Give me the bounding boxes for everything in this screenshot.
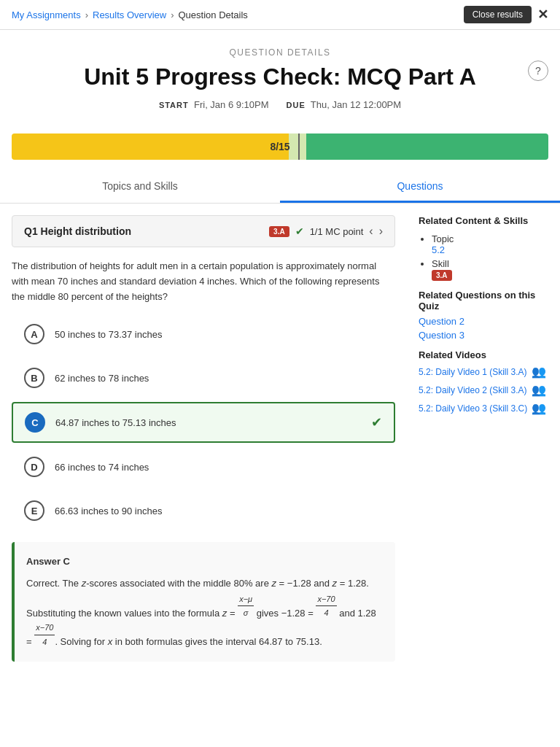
start-date: START Fri, Jan 6 9:10PM: [159, 99, 269, 110]
prev-question-button[interactable]: ‹: [369, 225, 373, 238]
video-2-link[interactable]: 5.2: Daily Video 2 (Skill 3.A): [419, 385, 527, 395]
close-x-button[interactable]: ✕: [537, 7, 548, 23]
topic-label: Topic: [432, 233, 454, 244]
question-body: The distribution of heights for adult me…: [12, 247, 395, 310]
breadcrumb-results-overview[interactable]: Results Overview: [93, 9, 166, 20]
topic-value-link[interactable]: 5.2: [432, 244, 548, 255]
progress-yellow-segment: [12, 133, 289, 160]
skill-badge-related: 3.A: [432, 270, 452, 281]
skill-label: Skill: [432, 258, 449, 269]
related-questions-title: Related Questions on this Quiz: [419, 290, 548, 311]
question-title: Q1 Height distribution: [24, 225, 131, 237]
skill-item: Skill 3.A: [432, 258, 548, 281]
breadcrumb-sep-1: ›: [85, 9, 88, 20]
left-panel: Q1 Height distribution 3.A ✔ 1/1 MC poin…: [0, 204, 407, 673]
related-question-2[interactable]: Question 2: [419, 316, 548, 327]
page-title-area: QUESTION DETAILS Unit 5 Progress Check: …: [0, 30, 560, 122]
section-label: QUESTION DETAILS: [12, 47, 548, 58]
video-1-icon: 👥: [532, 365, 546, 379]
breadcrumb-actions: Close results ✕: [464, 6, 548, 23]
choice-a-text: 50 inches to 73.37 inches: [55, 329, 162, 340]
help-button[interactable]: ?: [528, 61, 548, 81]
skill-badge: 3.A: [269, 226, 289, 237]
choice-d-text: 66 inches to 74 inches: [55, 462, 149, 473]
video-3-icon: 👥: [532, 401, 546, 415]
tab-topics-and-skills[interactable]: Topics and Skills: [0, 171, 280, 203]
tabs-row: Topics and Skills Questions: [0, 171, 560, 204]
dates-row: START Fri, Jan 6 9:10PM DUE Thu, Jan 12 …: [12, 99, 548, 110]
related-topic-list: Topic 5.2 Skill 3.A: [419, 233, 548, 281]
choice-e-text: 66.63 inches to 90 inches: [55, 506, 162, 516]
close-results-button[interactable]: Close results: [464, 6, 532, 23]
breadcrumb-my-assignments[interactable]: My Assignments: [12, 9, 81, 20]
tab-questions[interactable]: Questions: [280, 171, 560, 203]
choice-a: A 50 inches to 73.37 inches: [12, 314, 395, 354]
choice-b-letter: B: [24, 368, 44, 388]
answer-body: Correct. The z-scores associated with th…: [26, 576, 384, 650]
video-1-link[interactable]: 5.2: Daily Video 1 (Skill 3.A): [419, 367, 527, 377]
related-videos-title: Related Videos: [419, 349, 548, 360]
question-header: Q1 Height distribution 3.A ✔ 1/1 MC poin…: [12, 215, 395, 247]
progress-green-segment: [306, 133, 548, 160]
breadcrumb: My Assignments › Results Overview › Ques…: [12, 9, 248, 20]
choice-b-text: 62 inches to 78 inches: [55, 373, 149, 384]
topic-item: Topic 5.2: [432, 233, 548, 255]
related-content-title: Related Content & Skills: [419, 215, 548, 226]
answer-explanation: Answer C Correct. The z-scores associate…: [12, 542, 395, 662]
check-icon: ✔: [295, 225, 304, 237]
right-panel: Related Content & Skills Topic 5.2 Skill…: [407, 204, 560, 673]
video-3: 5.2: Daily Video 3 (Skill 3.C) 👥: [419, 401, 548, 415]
assignment-title: Unit 5 Progress Check: MCQ Part A: [12, 63, 548, 90]
choice-e: E 66.63 inches to 90 inches: [12, 491, 395, 530]
progress-bar: 8/15: [12, 133, 548, 160]
answer-choices: A 50 inches to 73.37 inches B 62 inches …: [12, 314, 395, 530]
points-label: 1/1 MC point: [310, 226, 364, 237]
video-3-link[interactable]: 5.2: Daily Video 3 (Skill 3.C): [419, 403, 527, 414]
choice-c-text: 64.87 inches to 75.13 inches: [55, 417, 176, 428]
main-content: Q1 Height distribution 3.A ✔ 1/1 MC poin…: [0, 204, 560, 673]
question-meta: 3.A ✔ 1/1 MC point ‹ ›: [269, 225, 383, 238]
due-date: DUE Thu, Jan 12 12:00PM: [287, 99, 402, 110]
correct-check-icon: ✔: [371, 414, 382, 430]
video-1: 5.2: Daily Video 1 (Skill 3.A) 👥: [419, 365, 548, 379]
choice-c: C 64.87 inches to 75.13 inches ✔: [12, 402, 395, 443]
choice-d: D 66 inches to 74 inches: [12, 447, 395, 487]
related-question-3[interactable]: Question 3: [419, 330, 548, 341]
choice-e-letter: E: [24, 500, 44, 521]
video-2: 5.2: Daily Video 2 (Skill 3.A) 👥: [419, 383, 548, 397]
breadcrumb-bar: My Assignments › Results Overview › Ques…: [0, 0, 560, 30]
choice-d-letter: D: [24, 457, 44, 477]
progress-score: 8/15: [270, 141, 289, 152]
breadcrumb-current: Question Details: [178, 9, 247, 20]
choice-a-letter: A: [24, 324, 44, 344]
choice-b: B 62 inches to 78 inches: [12, 358, 395, 398]
next-question-button[interactable]: ›: [379, 225, 383, 238]
progress-divider: [298, 133, 300, 160]
choice-c-letter: C: [25, 412, 45, 433]
breadcrumb-sep-2: ›: [171, 9, 174, 20]
nav-arrows: ‹ ›: [369, 225, 383, 238]
video-2-icon: 👥: [532, 383, 546, 397]
answer-title: Answer C: [26, 554, 384, 570]
